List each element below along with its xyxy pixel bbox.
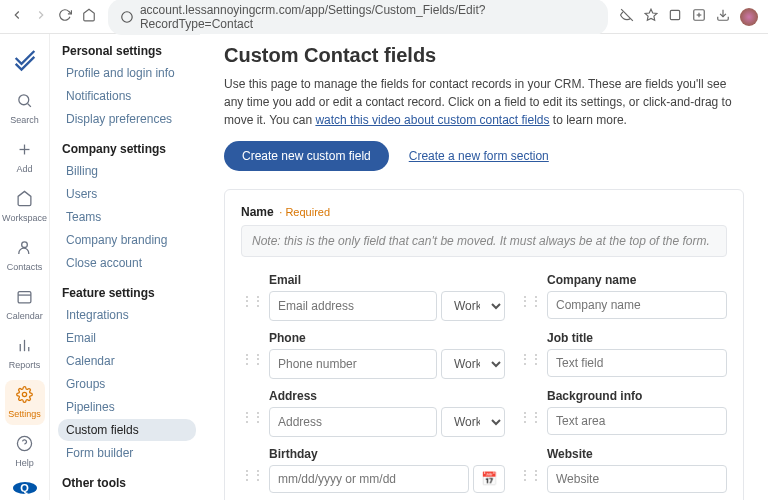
drag-handle-icon[interactable]: ⋮⋮ [241, 447, 263, 481]
back-icon[interactable] [10, 8, 24, 25]
download-icon[interactable] [716, 8, 730, 25]
svg-marker-2 [645, 9, 657, 20]
app-logo-icon[interactable] [11, 44, 39, 72]
svg-point-12 [22, 242, 28, 248]
sidebar-item-integrations[interactable]: Integrations [58, 304, 196, 326]
address-type-select[interactable]: Work [441, 407, 505, 437]
sidebar-item-close-account[interactable]: Close account [58, 252, 196, 274]
intro-video-link[interactable]: watch this video about custom contact fi… [315, 113, 549, 127]
contacts-icon [16, 239, 33, 260]
website-input[interactable] [547, 465, 727, 493]
field-company[interactable]: ⋮⋮ Company name [519, 273, 727, 321]
chart-icon [16, 337, 33, 358]
sidebar-item-profile-and-login-info[interactable]: Profile and login info [58, 62, 196, 84]
phone-input[interactable] [269, 349, 437, 379]
field-address[interactable]: ⋮⋮ Address Work [241, 389, 505, 437]
svg-point-0 [122, 11, 132, 21]
email-input[interactable] [269, 291, 437, 321]
svg-point-8 [19, 95, 29, 105]
rail-contacts[interactable]: Contacts [5, 233, 45, 278]
gear-icon [16, 386, 33, 407]
svg-point-18 [22, 392, 26, 396]
address-bar[interactable]: account.lessannoyingcrm.com/app/Settings… [108, 0, 608, 35]
rail-add[interactable]: Add [5, 135, 45, 180]
bday-input[interactable] [269, 465, 469, 493]
search-icon [16, 92, 33, 113]
rail-help[interactable]: Help [5, 429, 45, 474]
sidebar-group-title: Company settings [62, 142, 196, 156]
drag-handle-icon[interactable]: ⋮⋮ [519, 273, 541, 307]
drag-handle-icon[interactable]: ⋮⋮ [519, 447, 541, 481]
extension-icon[interactable] [668, 8, 682, 25]
field-phone[interactable]: ⋮⋮ Phone Work [241, 331, 505, 379]
sidebar-item-pipelines[interactable]: Pipelines [58, 396, 196, 418]
rail-calendar[interactable]: Calendar [5, 282, 45, 327]
reload-icon[interactable] [58, 8, 72, 25]
help-icon [16, 435, 33, 456]
profile-avatar-icon[interactable] [740, 8, 758, 26]
calendar-icon [16, 288, 33, 309]
bg-input[interactable] [547, 407, 727, 435]
job-input[interactable] [547, 349, 727, 377]
plus-icon [16, 141, 33, 162]
field-website[interactable]: ⋮⋮ Website [519, 447, 727, 493]
page-title: Custom Contact fields [224, 44, 744, 67]
sidebar-item-form-builder[interactable]: Form builder [58, 442, 196, 464]
home-icon [16, 190, 33, 211]
user-avatar[interactable]: Q [13, 482, 37, 494]
phone-type-select[interactable]: Work [441, 349, 505, 379]
email-type-select[interactable]: Work [441, 291, 505, 321]
company-input[interactable] [547, 291, 727, 319]
sidebar-item-email[interactable]: Email [58, 327, 196, 349]
sidebar-item-company-branding[interactable]: Company branding [58, 229, 196, 251]
sidebar-item-notifications[interactable]: Notifications [58, 85, 196, 107]
svg-rect-13 [18, 292, 31, 303]
new-tab-icon[interactable] [692, 8, 706, 25]
main-content: Custom Contact fields Use this page to m… [200, 34, 768, 500]
forward-icon[interactable] [34, 8, 48, 25]
create-section-link[interactable]: Create a new form section [409, 149, 549, 163]
svg-line-9 [28, 104, 31, 107]
sidebar-item-billing[interactable]: Billing [58, 160, 196, 182]
sidebar-group-title: Personal settings [62, 44, 196, 58]
name-label: Name [241, 205, 274, 219]
sidebar-item-export-data[interactable]: Export data [58, 494, 196, 500]
required-badge: · Required [279, 206, 330, 218]
url-text: account.lessannoyingcrm.com/app/Settings… [140, 3, 596, 31]
drag-handle-icon[interactable]: ⋮⋮ [519, 389, 541, 423]
site-info-icon [120, 10, 134, 24]
browser-chrome: account.lessannoyingcrm.com/app/Settings… [0, 0, 768, 34]
rail-workspace[interactable]: Workspace [5, 184, 45, 229]
rail-reports[interactable]: Reports [5, 331, 45, 376]
app-rail: Search Add Workspace Contacts Calendar R… [0, 34, 50, 500]
field-birthday[interactable]: ⋮⋮ Birthday 📅 [241, 447, 505, 493]
sidebar-item-display-preferences[interactable]: Display preferences [58, 108, 196, 130]
home-icon[interactable] [82, 8, 96, 25]
svg-point-19 [17, 436, 31, 450]
calendar-picker-icon[interactable]: 📅 [473, 465, 505, 493]
intro-text: Use this page to manage the fields for c… [224, 75, 744, 129]
drag-handle-icon[interactable]: ⋮⋮ [519, 331, 541, 365]
address-input[interactable] [269, 407, 437, 437]
rail-search[interactable]: Search [5, 86, 45, 131]
name-note: Note: this is the only field that can't … [241, 225, 727, 257]
drag-handle-icon[interactable]: ⋮⋮ [241, 273, 263, 307]
field-bg[interactable]: ⋮⋮ Background info [519, 389, 727, 437]
settings-sidebar: Personal settingsProfile and login infoN… [50, 34, 200, 500]
eye-off-icon[interactable] [620, 8, 634, 25]
star-icon[interactable] [644, 8, 658, 25]
fields-card: Name · Required Note: this is the only f… [224, 189, 744, 500]
rail-settings[interactable]: Settings [5, 380, 45, 425]
sidebar-item-calendar[interactable]: Calendar [58, 350, 196, 372]
sidebar-item-users[interactable]: Users [58, 183, 196, 205]
field-email[interactable]: ⋮⋮ Email Work [241, 273, 505, 321]
field-job[interactable]: ⋮⋮ Job title [519, 331, 727, 379]
create-field-button[interactable]: Create new custom field [224, 141, 389, 171]
sidebar-group-title: Other tools [62, 476, 196, 490]
drag-handle-icon[interactable]: ⋮⋮ [241, 331, 263, 365]
drag-handle-icon[interactable]: ⋮⋮ [241, 389, 263, 423]
sidebar-group-title: Feature settings [62, 286, 196, 300]
sidebar-item-custom-fields[interactable]: Custom fields [58, 419, 196, 441]
sidebar-item-teams[interactable]: Teams [58, 206, 196, 228]
sidebar-item-groups[interactable]: Groups [58, 373, 196, 395]
